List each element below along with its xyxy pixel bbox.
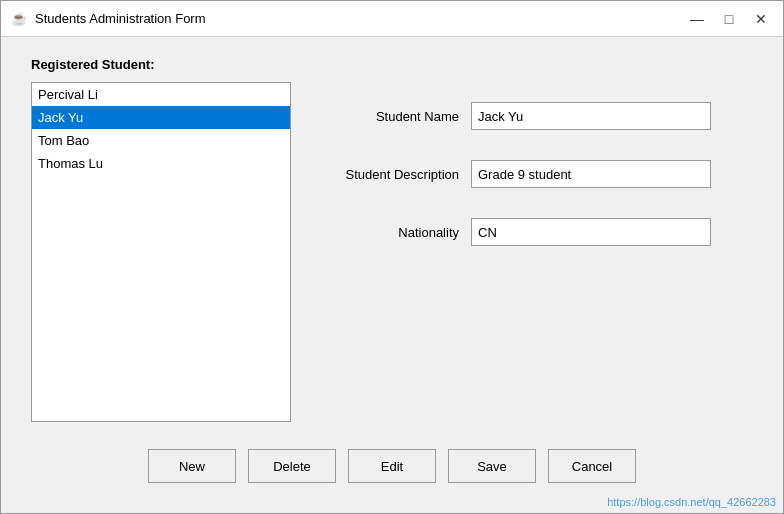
- list-item[interactable]: Jack Yu: [32, 106, 290, 129]
- title-bar: ☕ Students Administration Form — □ ✕: [1, 1, 783, 37]
- form-area: Student Name Student Description Nationa…: [311, 82, 753, 434]
- student-desc-label: Student Description: [311, 167, 471, 182]
- content-area: Registered Student: Percival LiJack YuTo…: [1, 37, 783, 513]
- watermark: https://blog.csdn.net/qq_42662283: [607, 496, 776, 508]
- nationality-label: Nationality: [311, 225, 471, 240]
- student-name-label: Student Name: [311, 109, 471, 124]
- student-list[interactable]: Percival LiJack YuTom BaoThomas Lu: [31, 82, 291, 422]
- close-button[interactable]: ✕: [747, 7, 775, 31]
- cancel-button[interactable]: Cancel: [548, 449, 636, 483]
- student-name-row: Student Name: [311, 102, 753, 130]
- app-icon: ☕: [9, 9, 29, 29]
- delete-button[interactable]: Delete: [248, 449, 336, 483]
- new-button[interactable]: New: [148, 449, 236, 483]
- student-name-input[interactable]: [471, 102, 711, 130]
- window-title: Students Administration Form: [35, 11, 683, 26]
- save-button[interactable]: Save: [448, 449, 536, 483]
- list-item[interactable]: Thomas Lu: [32, 152, 290, 175]
- minimize-button[interactable]: —: [683, 7, 711, 31]
- student-list-container: Percival LiJack YuTom BaoThomas Lu: [31, 82, 291, 434]
- main-area: Percival LiJack YuTom BaoThomas Lu Stude…: [31, 82, 753, 434]
- edit-button[interactable]: Edit: [348, 449, 436, 483]
- window-controls: — □ ✕: [683, 7, 775, 31]
- nationality-input[interactable]: [471, 218, 711, 246]
- student-desc-row: Student Description: [311, 160, 753, 188]
- list-item[interactable]: Percival Li: [32, 83, 290, 106]
- nationality-row: Nationality: [311, 218, 753, 246]
- maximize-button[interactable]: □: [715, 7, 743, 31]
- button-bar: New Delete Edit Save Cancel: [31, 434, 753, 493]
- list-item[interactable]: Tom Bao: [32, 129, 290, 152]
- registered-label: Registered Student:: [31, 57, 753, 72]
- student-desc-input[interactable]: [471, 160, 711, 188]
- main-window: ☕ Students Administration Form — □ ✕ Reg…: [0, 0, 784, 514]
